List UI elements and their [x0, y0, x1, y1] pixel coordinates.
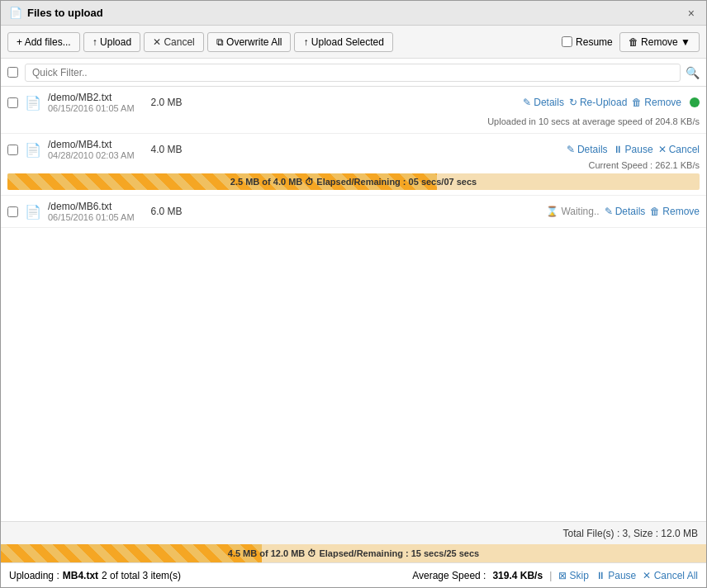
file-row-waiting: 📄 /demo/MB6.txt 06/15/2016 01:05 AM 6.0 … [1, 196, 706, 228]
file-name-3: /demo/MB6.txt [48, 201, 135, 212]
file-list: 📄 /demo/MB2.txt 06/15/2016 01:05 AM 2.0 … [1, 87, 706, 521]
close-button[interactable]: × [685, 7, 698, 20]
file-icon-3: 📄 [25, 204, 41, 220]
cancel-button[interactable]: ✕ Cancel [144, 32, 204, 52]
waiting-text: ⌛ Waiting.. [546, 206, 600, 217]
file-date-3: 06/15/2016 01:05 AM [48, 212, 135, 222]
cancel-all-button[interactable]: ✕ Cancel All [643, 570, 698, 581]
file-row-uploading-top: 📄 /demo/MB4.txt 04/28/2010 02:03 AM 4.0 … [7, 139, 700, 160]
global-progress-bar: 4.5 MB of 12.0 MB ⏱ Elapsed/Remaining : … [1, 544, 706, 562]
filter-bar: 🔍 [1, 59, 706, 87]
uploading-filename: MB4.txt [63, 570, 98, 581]
file-actions-3: ⌛ Waiting.. ✎ Details 🗑 Remove [546, 206, 700, 217]
toolbar: + Add files... ↑ Upload ✕ Cancel ⧉ Overw… [1, 26, 706, 59]
title-bar-left: 📄 Files to upload [9, 7, 103, 19]
progress-bar-2: 2.5 MB of 4.0 MB ⏱ Elapsed/Remaining : 0… [7, 173, 700, 190]
file-info-2: /demo/MB4.txt 04/28/2010 02:03 AM [48, 139, 135, 160]
global-progress-text: 4.5 MB of 12.0 MB ⏱ Elapsed/Remaining : … [228, 548, 479, 558]
upload-selected-button[interactable]: ↑ Upload Selected [294, 32, 392, 52]
file-icon-2: 📄 [25, 142, 41, 158]
search-button[interactable]: 🔍 [686, 66, 700, 79]
file-size-2: 4.0 MB [151, 144, 183, 155]
remove-dropdown-button[interactable]: 🗑 Remove ▼ [619, 32, 700, 52]
current-speed: Current Speed : 262.1 KB/s [588, 160, 700, 170]
title-bar: 📄 Files to upload × [1, 1, 706, 26]
bottom-bar: Total File(s) : 3, Size : 12.0 MB [1, 521, 706, 544]
divider: | [549, 570, 552, 581]
file-row-waiting-top: 📄 /demo/MB6.txt 06/15/2016 01:05 AM 6.0 … [7, 201, 700, 222]
uploading-label: Uploading : [9, 570, 59, 581]
reupload-link-1[interactable]: ↻ Re-Upload [569, 97, 627, 108]
file-name-1: /demo/MB2.txt [48, 92, 135, 103]
pause-button[interactable]: ⏸ Pause [595, 570, 636, 581]
resume-label: Resume [576, 36, 613, 48]
cancel-link-2[interactable]: ✕ Cancel [658, 144, 700, 155]
details-link-3[interactable]: ✎ Details [605, 206, 646, 217]
resume-check: Resume [562, 36, 613, 48]
avg-speed-value: 319.4 KB/s [492, 570, 543, 581]
file-actions-2: ✎ Details ⏸ Pause ✕ Cancel [567, 144, 700, 155]
file-size-3: 6.0 MB [151, 206, 183, 217]
skip-button[interactable]: ⊠ Skip [558, 570, 589, 581]
files-to-upload-dialog: 📄 Files to upload × + Add files... ↑ Upl… [0, 0, 707, 588]
item-count: 2 of total 3 item(s) [102, 570, 181, 581]
file-date-1: 06/15/2016 01:05 AM [48, 103, 135, 113]
file-checkbox-3[interactable] [7, 206, 18, 217]
pause-link-2[interactable]: ⏸ Pause [613, 144, 653, 155]
resume-checkbox[interactable] [562, 36, 572, 47]
progress-text-2: 2.5 MB of 4.0 MB ⏱ Elapsed/Remaining : 0… [230, 177, 477, 187]
file-row: 📄 /demo/MB2.txt 06/15/2016 01:05 AM 2.0 … [1, 87, 706, 134]
file-info-3: /demo/MB6.txt 06/15/2016 01:05 AM [48, 201, 135, 222]
global-progress-fill [1, 544, 262, 562]
status-left: Uploading : MB4.txt 2 of total 3 item(s) [9, 570, 181, 581]
upload-button[interactable]: ↑ Upload [83, 32, 140, 52]
files-icon: 📄 [9, 7, 22, 19]
total-summary: Total File(s) : 3, Size : 12.0 MB [563, 528, 698, 539]
remove-link-3[interactable]: 🗑 Remove [650, 206, 700, 217]
details-link-2[interactable]: ✎ Details [567, 144, 608, 155]
details-link-1[interactable]: ✎ Details [523, 97, 564, 108]
file-info-1: /demo/MB2.txt 06/15/2016 01:05 AM [48, 92, 135, 113]
file-row-uploading: 📄 /demo/MB4.txt 04/28/2010 02:03 AM 4.0 … [1, 134, 706, 196]
upload-success-msg: Uploaded in 10 secs at average speed of … [7, 115, 700, 128]
toolbar-right: Resume 🗑 Remove ▼ [562, 32, 700, 52]
file-date-2: 04/28/2010 02:03 AM [48, 150, 135, 160]
overwrite-all-button[interactable]: ⧉ Overwrite All [207, 32, 292, 52]
add-files-button[interactable]: + Add files... [7, 32, 80, 52]
file-row-top: 📄 /demo/MB2.txt 06/15/2016 01:05 AM 2.0 … [7, 92, 700, 113]
file-size-1: 2.0 MB [151, 97, 183, 108]
file-name-2: /demo/MB4.txt [48, 139, 135, 150]
file-checkbox-2[interactable] [7, 145, 18, 155]
status-bar: Uploading : MB4.txt 2 of total 3 item(s)… [1, 562, 706, 587]
status-indicator-done [690, 97, 700, 107]
file-icon: 📄 [25, 95, 41, 111]
remove-link-1[interactable]: 🗑 Remove [632, 97, 681, 108]
status-right: Average Speed : 319.4 KB/s | ⊠ Skip ⏸ Pa… [412, 570, 698, 581]
dialog-title: Files to upload [27, 7, 103, 19]
file-actions-1: ✎ Details ↻ Re-Upload 🗑 Remove [523, 97, 700, 108]
file-checkbox-1[interactable] [7, 97, 18, 108]
avg-speed-label: Average Speed : [412, 570, 486, 581]
select-all-checkbox[interactable] [7, 67, 18, 78]
file-row-meta-2: Current Speed : 262.1 KB/s [7, 160, 700, 170]
quick-filter-input[interactable] [25, 64, 681, 82]
